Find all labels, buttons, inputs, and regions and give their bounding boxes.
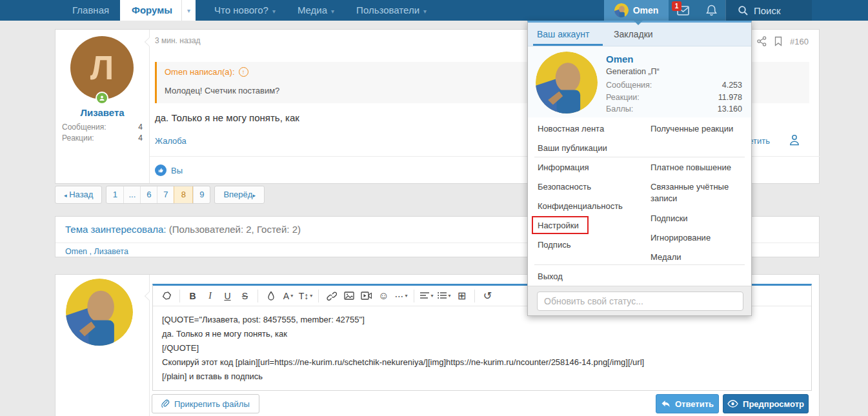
account-dropdown: Ваш аккаунт Закладки Omen Generation „П“… bbox=[527, 21, 752, 316]
more-options-icon[interactable]: ⋯▾ bbox=[392, 288, 410, 304]
bold-icon[interactable]: B bbox=[184, 288, 201, 304]
menu-item-security[interactable]: Безопасность bbox=[538, 181, 591, 193]
avatar[interactable] bbox=[536, 52, 598, 114]
menu-item-logout[interactable]: Выход bbox=[538, 271, 563, 282]
quote-attribution[interactable]: Omen написал(а): ↑ bbox=[165, 67, 248, 77]
menu-item-signature[interactable]: Подпись bbox=[538, 239, 570, 251]
share-icon[interactable] bbox=[757, 36, 767, 46]
text-color-icon[interactable] bbox=[262, 288, 279, 304]
attach-files-label: Прикрепить файлы bbox=[174, 399, 250, 409]
nav-item-media[interactable]: Медиа▾ bbox=[287, 0, 345, 21]
alerts-button[interactable] bbox=[697, 0, 725, 21]
chevron-down-icon: ▾ bbox=[331, 8, 334, 15]
list-icon[interactable]: ▾ bbox=[436, 288, 453, 304]
chevron-down-icon: ▾ bbox=[430, 293, 433, 299]
nav-item-home[interactable]: Главная bbox=[61, 0, 120, 21]
top-navbar: Главная Форумы ▾ Что нового?▾ Медиа▾ Пол… bbox=[0, 0, 868, 21]
search-icon bbox=[738, 5, 749, 16]
remove-formatting-icon[interactable] bbox=[158, 288, 176, 304]
strikethrough-icon[interactable]: S bbox=[236, 288, 254, 304]
insert-media-icon[interactable] bbox=[358, 288, 375, 304]
menu-item-privacy[interactable]: Конфиденциальность bbox=[538, 201, 623, 212]
nav-media-label: Медиа bbox=[298, 5, 327, 15]
messages-button[interactable]: 1 bbox=[669, 0, 697, 21]
tab-bookmarks[interactable]: Закладки bbox=[614, 23, 653, 46]
post-author-cell: Л Лизавета Сообщения:4 Реакции:4 bbox=[56, 30, 149, 183]
insert-link-icon[interactable] bbox=[323, 288, 340, 304]
smilies-icon[interactable]: ☺ bbox=[375, 288, 392, 304]
submit-reply-button[interactable]: Ответить bbox=[656, 394, 719, 413]
menu-item-your-content[interactable]: Ваши публикации bbox=[538, 143, 607, 154]
paperclip-icon bbox=[161, 399, 170, 409]
page-button-6[interactable]: 6 bbox=[140, 186, 157, 203]
menu-item-account-details[interactable]: Информация bbox=[538, 162, 589, 173]
nav-item-whats-new[interactable]: Что нового?▾ bbox=[203, 0, 287, 21]
preview-button[interactable]: Предпросмотр bbox=[723, 394, 809, 413]
account-menu-button[interactable]: Omen bbox=[604, 0, 669, 21]
preview-label: Предпросмотр bbox=[743, 399, 804, 409]
pagination-prev-button[interactable]: ◂ Назад bbox=[55, 186, 102, 204]
undo-icon[interactable]: ↺ bbox=[479, 288, 496, 304]
nav-item-members[interactable]: Пользователи▾ bbox=[345, 0, 438, 21]
avatar[interactable] bbox=[66, 279, 133, 346]
italic-icon[interactable]: I bbox=[201, 288, 219, 304]
menu-item-connected-accounts[interactable]: Связанные учётные записи bbox=[651, 181, 747, 193]
post-author-name[interactable]: Лизавета bbox=[56, 107, 149, 118]
reaction-label: Вы bbox=[171, 166, 183, 175]
profile-stat-messages: Сообщения:4.253 bbox=[606, 81, 742, 92]
menu-item-account-upgrades[interactable]: Платное повышение bbox=[651, 162, 731, 173]
menu-arrow bbox=[634, 21, 643, 25]
reaction-you[interactable]: Вы bbox=[155, 164, 183, 176]
avatar[interactable]: Л bbox=[70, 36, 134, 99]
nav-whats-new-label: Что нового? bbox=[214, 5, 268, 15]
page-button-9[interactable]: 9 bbox=[193, 186, 210, 203]
profile-name[interactable]: Omen bbox=[606, 54, 634, 64]
post-number[interactable]: #160 bbox=[790, 37, 809, 46]
nav-item-forums[interactable]: Форумы bbox=[120, 0, 181, 21]
stat-value: 13.160 bbox=[718, 104, 742, 116]
insert-image-icon[interactable] bbox=[340, 288, 358, 304]
insert-table-icon[interactable]: ⊞ bbox=[453, 288, 470, 304]
toolbar-separator bbox=[318, 290, 319, 302]
editor-line: [/plain] и вставь в подпись bbox=[162, 370, 802, 384]
stat-value: 4.253 bbox=[722, 81, 742, 92]
watchers-title-link[interactable]: Тема заинтересовала: bbox=[65, 224, 167, 235]
goto-quoted-post-icon[interactable]: ↑ bbox=[239, 67, 248, 77]
forum-page: Главная Форумы ▾ Что нового?▾ Медиа▾ Пол… bbox=[0, 0, 868, 416]
font-family-icon[interactable]: A▾ bbox=[279, 288, 297, 304]
menu-item-news-feed[interactable]: Новостная лента bbox=[538, 123, 604, 135]
profile-stat-reactions: Реакции:11.978 bbox=[606, 93, 742, 104]
search-button[interactable]: Поиск bbox=[725, 0, 812, 21]
text-align-icon[interactable]: ▾ bbox=[418, 288, 436, 304]
underline-icon[interactable]: U bbox=[219, 288, 236, 304]
watchers-user-links[interactable]: Omen , Лизавета bbox=[65, 247, 128, 256]
pagination-next-button[interactable]: Вперёд▸ bbox=[214, 186, 265, 204]
page-button-1[interactable]: 1 bbox=[106, 186, 123, 203]
post-timestamp[interactable]: 3 мин. назад bbox=[155, 36, 201, 45]
dropdown-tabs: Ваш аккаунт Закладки bbox=[528, 23, 751, 46]
profile-user-title: Generation „П“ bbox=[606, 67, 660, 76]
bookmark-icon[interactable] bbox=[774, 36, 782, 46]
editor-line: Скопируй этот код [plain][url=https://ne… bbox=[162, 355, 802, 370]
menu-item-following[interactable]: Подписки bbox=[651, 213, 688, 224]
menu-item-medals[interactable]: Медали bbox=[651, 252, 681, 263]
editor-textarea[interactable]: [QUOTE="Лизавета, post: 8457555, member:… bbox=[153, 306, 811, 390]
page-button-ellipsis[interactable]: ... bbox=[123, 186, 140, 203]
page-button-7[interactable]: 7 bbox=[157, 186, 174, 203]
font-size-icon[interactable]: T↕▾ bbox=[297, 288, 314, 304]
status-update-input[interactable] bbox=[537, 292, 743, 311]
toolbar-separator bbox=[257, 290, 258, 302]
tab-your-account[interactable]: Ваш аккаунт bbox=[537, 23, 589, 46]
chevron-down-icon: ▾ bbox=[448, 293, 450, 299]
editor-line: [/QUOTE] bbox=[162, 341, 802, 355]
attach-files-button[interactable]: Прикрепить файлы bbox=[152, 394, 259, 413]
report-link[interactable]: Жалоба bbox=[155, 136, 187, 146]
page-button-current[interactable]: 8 bbox=[174, 186, 193, 203]
menu-item-ignoring[interactable]: Игнорирование bbox=[651, 232, 711, 244]
menu-divider bbox=[534, 157, 745, 157]
profile-stat-points: Баллы:13.160 bbox=[606, 104, 742, 116]
chevron-down-icon: ▾ bbox=[272, 8, 276, 15]
forums-dropdown-caret-icon[interactable]: ▾ bbox=[181, 0, 196, 21]
menu-item-reactions-received[interactable]: Полученные реакции bbox=[651, 123, 733, 135]
person-icon[interactable] bbox=[789, 134, 800, 146]
